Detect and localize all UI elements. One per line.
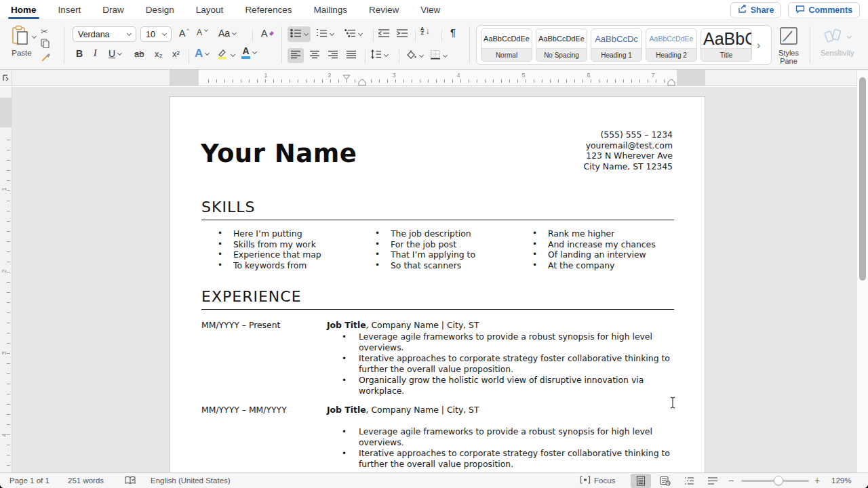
font-color-button[interactable]: A: [241, 47, 256, 59]
tab-view[interactable]: View: [419, 2, 441, 18]
scrollbar-thumb[interactable]: [859, 77, 866, 281]
chevron-down-icon: [358, 31, 363, 36]
experience-bullets: Leverage agile frameworks to provide a r…: [327, 331, 674, 396]
pilcrow-icon: ¶: [450, 26, 456, 38]
text-effects-button[interactable]: A: [195, 47, 209, 60]
numbering-button[interactable]: [316, 28, 334, 40]
tab-design[interactable]: Design: [144, 2, 176, 18]
experience-bullet: Leverage agile frameworks to provide a r…: [327, 426, 674, 448]
first-line-indent-marker[interactable]: [342, 70, 351, 83]
share-button[interactable]: Share: [730, 2, 782, 18]
document-area: 1 2 3 4 (555) 555 – 1234 youremail@test.…: [0, 87, 868, 472]
tab-review[interactable]: Review: [368, 2, 400, 18]
zoom-out-button[interactable]: −: [728, 473, 734, 488]
bullets-button[interactable]: [288, 26, 311, 42]
experience-bullets: Leverage agile frameworks to provide a r…: [327, 426, 674, 470]
style-heading-1[interactable]: AaBbCcDc Heading 1: [591, 28, 642, 62]
ribbon-divider: [810, 26, 810, 64]
style-no-spacing[interactable]: AaBbCcDdEe No Spacing: [536, 28, 587, 62]
zoom-level[interactable]: 129%: [831, 473, 851, 488]
skill-item: The job description: [371, 228, 475, 239]
skills-heading: SKILLS: [201, 199, 255, 216]
ribbon-divider: [365, 49, 366, 64]
ruler-page-zone: [199, 70, 677, 85]
superscript-button[interactable]: x²: [172, 49, 180, 59]
vertical-scrollbar[interactable]: [856, 70, 868, 472]
underline-button[interactable]: U: [108, 48, 121, 59]
align-left-icon: [290, 50, 301, 61]
more-styles-chevron[interactable]: ›: [757, 39, 760, 52]
decrease-indent-button[interactable]: [378, 28, 390, 40]
clear-formatting-button[interactable]: A: [261, 28, 275, 39]
tab-draw[interactable]: Draw: [101, 2, 125, 18]
tab-home[interactable]: Home: [9, 2, 38, 18]
ribbon-divider: [252, 29, 253, 42]
ruler-number: 5: [521, 72, 525, 79]
page-count[interactable]: Page 1 of 1: [9, 473, 50, 488]
ribbon-divider: [469, 26, 470, 64]
comments-button[interactable]: Comments: [788, 2, 860, 18]
highlight-button[interactable]: [217, 48, 235, 62]
eraser-icon: [269, 28, 275, 38]
focus-toggle[interactable]: Focus: [580, 473, 615, 488]
skill-item: So that scanners: [371, 260, 475, 271]
shrink-font-button[interactable]: A: [197, 28, 208, 37]
sort-button[interactable]: AZ ↓: [420, 26, 429, 36]
change-case-button[interactable]: Aa: [218, 28, 236, 39]
tab-stop-selector[interactable]: [0, 70, 12, 86]
vertical-ruler[interactable]: 1 2 3 4: [0, 87, 12, 472]
line-spacing-button[interactable]: [370, 49, 388, 61]
outdent-icon: [378, 28, 390, 40]
style-normal[interactable]: AaBbCcDdEe Normal: [481, 28, 532, 62]
shading-button[interactable]: [406, 49, 423, 62]
spellcheck-status[interactable]: [125, 473, 136, 488]
font-size-select[interactable]: 10: [140, 26, 172, 42]
word-count[interactable]: 251 words: [68, 473, 104, 488]
multilevel-list-button[interactable]: [344, 28, 362, 40]
bold-button[interactable]: B: [76, 48, 83, 59]
web-layout-view-button[interactable]: [655, 474, 675, 488]
sensitivity-button[interactable]: Sensitivity: [821, 27, 854, 57]
print-layout-view-button[interactable]: [631, 474, 651, 488]
format-painter-button[interactable]: [41, 52, 52, 65]
chevron-down-icon: [232, 30, 237, 35]
paste-label: Paste: [7, 49, 37, 57]
document-page[interactable]: (555) 555 – 1234 youremail@test.com 123 …: [170, 96, 705, 472]
ribbon-divider: [281, 26, 282, 64]
copy-button[interactable]: [41, 39, 50, 50]
style-title[interactable]: AaBbC Title: [701, 28, 752, 62]
style-heading-2[interactable]: AaBbCcDdEe Heading 2: [646, 28, 697, 62]
justify-button[interactable]: [346, 50, 357, 61]
zoom-in-button[interactable]: +: [814, 473, 820, 488]
outline-view-button[interactable]: [679, 474, 700, 488]
experience-bullet: Organically grow the holistic world view…: [327, 375, 674, 396]
increase-indent-button[interactable]: [396, 28, 408, 40]
italic-button[interactable]: I: [94, 48, 97, 59]
draft-view-button[interactable]: [703, 474, 723, 488]
horizontal-ruler[interactable]: 1 2 3 4 5 6 7: [0, 70, 868, 86]
line-spacing-icon: [370, 49, 382, 61]
styles-pane-button[interactable]: Styles Pane: [778, 26, 799, 65]
tab-layout[interactable]: Layout: [195, 2, 225, 18]
paste-button[interactable]: [11, 25, 36, 49]
font-name-select[interactable]: Verdana: [73, 26, 136, 42]
borders-button[interactable]: [430, 49, 447, 62]
sort-icon: AZ: [420, 27, 424, 35]
tab-references[interactable]: References: [243, 2, 293, 18]
tab-insert[interactable]: Insert: [57, 2, 83, 18]
strikethrough-button[interactable]: ab: [134, 49, 144, 59]
job-title: Job Title: [327, 320, 366, 330]
job-title: Job Title: [327, 405, 366, 415]
format-painter-icon: [41, 52, 52, 65]
align-left-button[interactable]: [288, 48, 304, 63]
align-right-button[interactable]: [328, 50, 338, 61]
tab-mailings[interactable]: Mailings: [312, 2, 349, 18]
language-status[interactable]: English (United States): [151, 473, 231, 488]
cut-button[interactable]: ✂: [41, 26, 48, 37]
zoom-slider-handle[interactable]: [774, 476, 783, 485]
show-paragraph-marks-button[interactable]: ¶: [450, 26, 456, 38]
subscript-button[interactable]: x₂: [155, 49, 163, 59]
skill-item: Here I’m putting: [214, 228, 321, 239]
align-center-button[interactable]: [309, 50, 320, 61]
grow-font-button[interactable]: A^: [179, 28, 189, 39]
